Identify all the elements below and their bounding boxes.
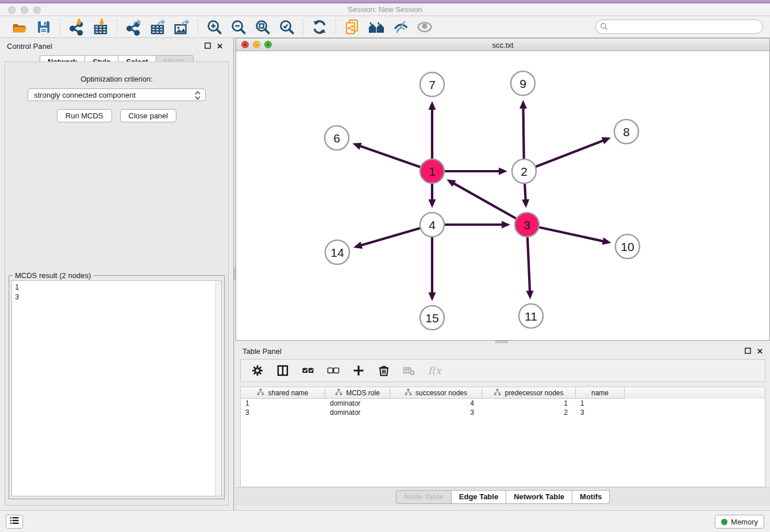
app-titlebar: Session: New Session <box>0 0 770 16</box>
mcds-result-group: MCDS result (2 nodes) 1 3 <box>9 275 225 499</box>
export-image-icon[interactable] <box>172 18 191 36</box>
titlebar-accent <box>0 0 770 3</box>
node-label-1: 1 <box>429 165 436 178</box>
edge-arrowhead <box>499 168 507 175</box>
table-cell[interactable]: 4 <box>390 399 482 408</box>
column-header-MCDS-role[interactable]: MCDS role <box>325 387 390 399</box>
search-input[interactable] <box>595 20 763 34</box>
list-icon <box>8 514 21 529</box>
save-session-icon[interactable] <box>34 18 53 36</box>
search-box <box>595 20 763 34</box>
mcds-result-text[interactable]: 1 3 <box>11 280 222 496</box>
edge-arrowhead <box>602 137 611 144</box>
hide-graphics-details-icon[interactable] <box>391 18 410 36</box>
add-column-icon[interactable] <box>351 363 366 378</box>
table-toolbar: f(x) <box>240 359 765 382</box>
node-label-10: 10 <box>621 240 634 253</box>
network-canvas[interactable]: 1234678910111415 <box>236 51 769 340</box>
network-title: scc.txt <box>236 41 769 49</box>
table-cell[interactable]: 1 <box>482 399 576 408</box>
close-panel-icon[interactable]: ✕ <box>217 43 223 50</box>
column-header-successor-nodes[interactable]: successor nodes <box>390 387 482 399</box>
edge-2-8[interactable] <box>524 140 604 171</box>
table-panel: Table Panel ✕ f(x) shared nameMCDS roles… <box>236 343 770 510</box>
edge-arrowhead <box>522 199 529 208</box>
edge-arrowhead <box>526 291 534 299</box>
float-panel-icon[interactable] <box>745 346 751 356</box>
tab-node-table[interactable]: Node Table <box>396 490 452 504</box>
tab-network-table[interactable]: Network Table <box>506 490 572 504</box>
edge-arrowhead <box>352 142 361 149</box>
table-cell[interactable]: dominator <box>325 399 390 408</box>
combo-stepper-icon <box>194 91 201 102</box>
node-label-6: 6 <box>333 132 340 145</box>
hierarchy-icon <box>405 388 412 398</box>
edge-arrowhead <box>353 241 363 248</box>
app-title: Session: New Session <box>0 5 770 14</box>
select-all-icon[interactable] <box>301 363 315 378</box>
tab-edge-table[interactable]: Edge Table <box>452 490 506 504</box>
result-scrollbar[interactable] <box>215 281 221 496</box>
tab-motifs[interactable]: Motifs <box>572 490 610 504</box>
node-label-11: 11 <box>525 310 537 323</box>
column-header-name[interactable]: name <box>576 387 625 399</box>
zoom-selected-icon[interactable] <box>278 18 296 36</box>
zoom-in-icon[interactable] <box>205 18 224 36</box>
column-header-predecessor-nodes[interactable]: predecessor nodes <box>482 387 576 399</box>
import-table-icon[interactable] <box>91 18 110 36</box>
run-mcds-button[interactable]: Run MCDS <box>57 109 112 122</box>
houses-icon[interactable] <box>367 18 386 36</box>
float-panel-icon[interactable] <box>205 41 211 51</box>
open-session-icon[interactable] <box>10 18 29 36</box>
delete-column-icon[interactable] <box>376 363 391 378</box>
table-cell[interactable]: 1 <box>576 399 625 408</box>
show-graphics-details-icon <box>415 18 434 36</box>
memory-label: Memory <box>731 518 758 526</box>
node-label-7: 7 <box>429 78 436 91</box>
network-from-selection-icon[interactable] <box>343 18 361 36</box>
gear-icon[interactable] <box>250 363 265 378</box>
control-panel-title: Control Panel <box>7 42 52 51</box>
hierarchy-icon <box>494 388 501 398</box>
network-window-titlebar[interactable]: ✕ − + scc.txt <box>236 38 769 51</box>
table-cell[interactable]: 3 <box>241 408 325 417</box>
network-view-window: ✕ − + scc.txt 1234678910111415 <box>236 38 770 341</box>
node-label-4: 4 <box>429 218 436 232</box>
close-panel-button[interactable]: Close panel <box>120 109 177 122</box>
node-label-3: 3 <box>523 218 530 232</box>
memory-status-icon <box>721 519 727 525</box>
table-cell[interactable]: dominator <box>325 408 390 417</box>
zoom-out-icon[interactable] <box>229 18 248 36</box>
table-cell[interactable]: 3 <box>390 408 482 417</box>
hierarchy-icon <box>335 388 342 398</box>
delete-table-icon <box>402 363 417 378</box>
node-label-15: 15 <box>425 311 438 325</box>
apply-layout-icon[interactable] <box>310 18 329 36</box>
edge-arrowhead <box>502 221 510 229</box>
mcds-panel: Optimization criterion: strongly connect… <box>5 61 229 506</box>
table-tabs-strip: Node TableEdge TableNetwork TableMotifs <box>236 487 770 506</box>
memory-button[interactable]: Memory <box>715 515 764 529</box>
edge-arrowhead <box>602 237 611 245</box>
column-header-shared-name[interactable]: shared name <box>241 387 325 399</box>
table-row: 1dominator411 <box>241 399 765 408</box>
status-bar: Memory <box>0 510 770 532</box>
optimization-criterion-label: Optimization criterion: <box>5 75 228 83</box>
table-row: 3dominator323 <box>241 408 765 417</box>
split-columns-icon[interactable] <box>275 363 290 378</box>
export-table-icon[interactable] <box>148 18 167 36</box>
table-cell[interactable]: 1 <box>241 399 325 408</box>
control-panel: Control Panel ✕ NetworkStyleSelectMCDS O… <box>0 38 233 510</box>
zoom-fit-icon[interactable] <box>253 18 272 36</box>
import-network-icon[interactable] <box>67 18 86 36</box>
task-history-button[interactable] <box>6 515 23 529</box>
unselect-all-icon[interactable] <box>326 363 341 378</box>
svg-text:f(x): f(x) <box>428 365 441 376</box>
close-panel-icon[interactable]: ✕ <box>757 348 763 355</box>
table-cell[interactable]: 2 <box>482 408 576 417</box>
node-label-8: 8 <box>623 125 630 138</box>
node-label-14: 14 <box>330 246 344 259</box>
table-cell[interactable]: 3 <box>576 408 625 417</box>
optimization-criterion-select[interactable]: strongly connected component <box>28 88 206 101</box>
export-network-icon[interactable] <box>124 18 143 36</box>
